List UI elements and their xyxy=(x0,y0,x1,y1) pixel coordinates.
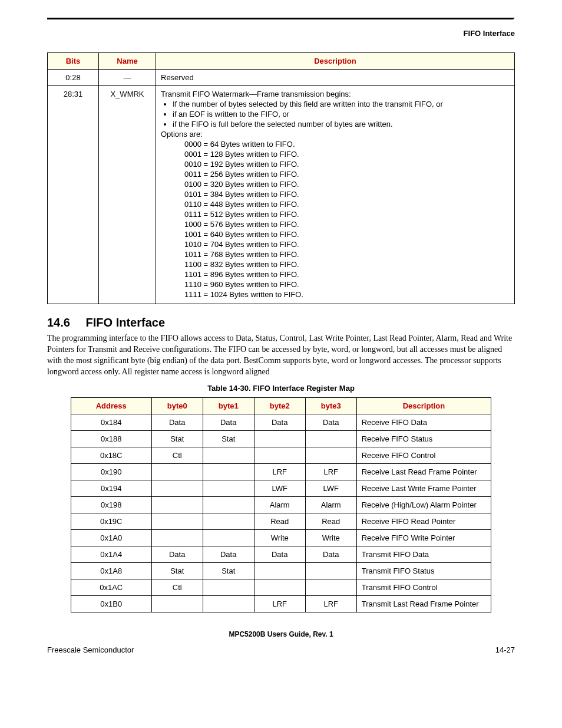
section-heading: 14.6 FIFO Interface xyxy=(47,316,515,330)
footer-doc-title: MPC5200B Users Guide, Rev. 1 xyxy=(47,630,515,638)
cell-byte: Ctl xyxy=(151,579,203,595)
cell-address: 0x198 xyxy=(71,496,151,513)
code-line: 1000 = 576 Bytes written to FIFO. xyxy=(184,220,510,229)
cell-name: — xyxy=(99,70,156,86)
th-bits: Bits xyxy=(48,53,99,70)
th-description: Description xyxy=(356,397,491,414)
cell-address: 0x1A0 xyxy=(71,529,151,546)
code-line: 0010 = 192 Bytes written to FIFO. xyxy=(184,160,510,169)
th-byte3: byte3 xyxy=(305,397,356,414)
table-row: 0x1ACCtlTransmit FIFO Control xyxy=(71,579,491,595)
cell-byte: Stat xyxy=(203,430,254,447)
table-row: 0x184DataDataDataDataReceive FIFO Data xyxy=(71,414,491,430)
desc-bullets: If the number of bytes selected by this … xyxy=(173,100,510,129)
cell-byte xyxy=(151,463,203,480)
code-line: 1011 = 768 Bytes written to FIFO. xyxy=(184,250,510,259)
cell-byte: Stat xyxy=(203,562,254,579)
table-row: 0x1A0WriteWriteReceive FIFO Write Pointe… xyxy=(71,529,491,546)
cell-address: 0x19C xyxy=(71,513,151,529)
cell-byte: Data xyxy=(203,546,254,562)
code-line: 1110 = 960 Bytes written to FIFO. xyxy=(184,280,510,289)
cell-byte: Stat xyxy=(151,430,203,447)
cell-byte xyxy=(305,562,356,579)
cell-byte xyxy=(203,496,254,513)
cell-byte: LRF xyxy=(254,463,305,480)
cell-byte: Read xyxy=(254,513,305,529)
cell-address: 0x190 xyxy=(71,463,151,480)
cell-byte: Data xyxy=(305,546,356,562)
cell-byte: LRF xyxy=(305,463,356,480)
options-codes: 0000 = 64 Bytes written to FIFO. 0001 = … xyxy=(184,140,510,299)
cell-byte xyxy=(254,562,305,579)
footer-row: Freescale Semiconductor 14-27 xyxy=(47,645,515,654)
th-name: Name xyxy=(99,53,156,70)
cell-description: Transmit FIFO Control xyxy=(356,579,491,595)
cell-bits: 0:28 xyxy=(48,70,99,86)
cell-description: Transmit FIFO Status xyxy=(356,562,491,579)
cell-byte xyxy=(305,447,356,463)
list-item: if the FIFO is full before the selected … xyxy=(173,120,510,129)
cell-byte: Ctl xyxy=(151,447,203,463)
list-item: if an EOF is written to the FIFO, or xyxy=(173,110,510,118)
cell-byte: Write xyxy=(305,529,356,546)
code-line: 1101 = 896 Bytes written to FIFO. xyxy=(184,270,510,279)
table-row: 0x18CCtlReceive FIFO Control xyxy=(71,447,491,463)
cell-byte xyxy=(151,595,203,612)
cell-byte: LWF xyxy=(305,480,356,496)
cell-byte: Read xyxy=(305,513,356,529)
code-line: 0001 = 128 Bytes written to FIFO. xyxy=(184,150,510,159)
code-line: 1010 = 704 Bytes written to FIFO. xyxy=(184,240,510,249)
footer-left: Freescale Semiconductor xyxy=(47,645,134,654)
cell-byte xyxy=(151,480,203,496)
cell-byte: Write xyxy=(254,529,305,546)
cell-byte xyxy=(254,447,305,463)
code-line: 0000 = 64 Bytes written to FIFO. xyxy=(184,140,510,149)
cell-byte: Data xyxy=(151,414,203,430)
cell-description: Receive (High/Low) Alarm Pointer xyxy=(356,496,491,513)
cell-byte: Stat xyxy=(151,562,203,579)
code-line: 0101 = 384 Bytes written to FIFO. xyxy=(184,190,510,199)
code-line: 0111 = 512 Bytes written to FIFO. xyxy=(184,210,510,219)
register-map-table: Address byte0 byte1 byte2 byte3 Descript… xyxy=(71,397,492,612)
code-line: 0011 = 256 Bytes written to FIFO. xyxy=(184,170,510,179)
cell-description: Receive FIFO Status xyxy=(356,430,491,447)
cell-description: Receive FIFO Data xyxy=(356,414,491,430)
cell-byte xyxy=(151,496,203,513)
table-row: 0x198AlarmAlarmReceive (High/Low) Alarm … xyxy=(71,496,491,513)
code-line: 0110 = 448 Bytes written to FIFO. xyxy=(184,200,510,209)
cell-address: 0x18C xyxy=(71,447,151,463)
cell-address: 0x184 xyxy=(71,414,151,430)
cell-byte xyxy=(254,430,305,447)
cell-byte xyxy=(203,595,254,612)
table-row: 0x190LRFLRFReceive Last Read Frame Point… xyxy=(71,463,491,480)
bitfield-table: Bits Name Description 0:28 — Reserved 28… xyxy=(47,52,515,304)
cell-description: Receive Last Read Frame Pointer xyxy=(356,463,491,480)
cell-description: Receive FIFO Control xyxy=(356,447,491,463)
cell-address: 0x194 xyxy=(71,480,151,496)
cell-byte: LRF xyxy=(305,595,356,612)
options-label: Options are: xyxy=(161,130,510,139)
cell-name: X_WMRK xyxy=(99,86,156,304)
table-row: 0x188StatStatReceive FIFO Status xyxy=(71,430,491,447)
table-caption: Table 14-30. FIFO Interface Register Map xyxy=(47,384,515,393)
th-byte1: byte1 xyxy=(203,397,254,414)
section-body: The programming interface to the FIFO al… xyxy=(47,333,515,378)
table-row: 0:28 — Reserved xyxy=(48,70,515,86)
cell-byte xyxy=(151,529,203,546)
header-section-label: FIFO Interface xyxy=(47,29,515,38)
cell-description: Transmit FIFO Data xyxy=(356,546,491,562)
desc-intro: Transmit FIFO Watermark—Frame transmissi… xyxy=(161,90,510,98)
cell-byte: LRF xyxy=(254,595,305,612)
cell-bits: 28:31 xyxy=(48,86,99,304)
cell-byte xyxy=(203,463,254,480)
table-row: 0x1B0LRFLRFTransmit Last Read Frame Poin… xyxy=(71,595,491,612)
cell-description: Receive Last Write Frame Pointer xyxy=(356,480,491,496)
cell-byte xyxy=(203,447,254,463)
cell-description: Transmit Last Read Frame Pointer xyxy=(356,595,491,612)
cell-byte xyxy=(305,579,356,595)
th-desc: Description xyxy=(156,53,515,70)
cell-byte xyxy=(254,579,305,595)
cell-byte: Data xyxy=(151,546,203,562)
cell-description: Receive FIFO Write Pointer xyxy=(356,529,491,546)
cell-address: 0x1A8 xyxy=(71,562,151,579)
